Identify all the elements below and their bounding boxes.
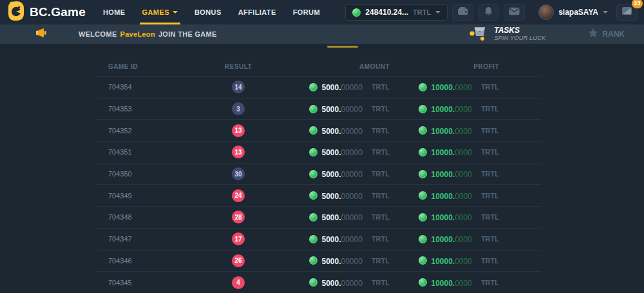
nav-item-label: FORUM [293,8,320,16]
profit-main: 10000. [431,127,455,136]
amount-main: 5000. [321,213,341,222]
tasks-title: TASKS [494,26,545,35]
amount-main: 5000. [321,279,341,288]
column-header-result: RESULT [193,63,283,70]
profit-main: 10000. [431,170,455,179]
profit-cell: 10000.0000TRTL [390,211,499,223]
table-row[interactable]: 704349245000.00000TRTL10000.0000TRTL [97,184,541,206]
nav-item-home[interactable]: HOME [95,0,134,24]
trtl-coin-icon [352,8,361,17]
game-id: 704352 [97,127,193,135]
topbar-right: 248410.24... TRTL [345,4,638,21]
amount-frac: 00000 [341,213,363,222]
amount-currency: TRTL [372,213,390,221]
profit-currency: TRTL [481,192,499,200]
amount-currency: TRTL [372,83,390,91]
result-badge: 13 [232,124,245,137]
nav-item-label: GAMES [142,8,169,16]
trtl-coin-icon [309,170,317,178]
nav-item-bonus[interactable]: BONUS [186,0,230,24]
game-id: 704354 [97,83,193,91]
notifications-button[interactable] [478,4,499,21]
amount-value: 5000.00000 [321,146,362,158]
amount-cell: 5000.00000TRTL [283,211,390,223]
nav-item-affiliate[interactable]: AFFILIATE [230,0,285,24]
profit-value: 10000.0000 [431,190,471,202]
game-id: 704349 [97,192,193,200]
column-header-amount: AMOUNT [283,63,390,70]
result-badge: 4 [232,276,245,289]
game-id: 704351 [97,148,193,156]
profit-currency: TRTL [481,257,499,265]
amount-cell: 5000.00000TRTL [283,125,390,137]
table-row[interactable]: 70435335000.00000TRTL10000.0000TRTL [97,98,541,120]
mail-icon [509,6,520,18]
trtl-coin-icon [309,213,317,222]
rank-button[interactable]: RANK [588,28,625,40]
profit-main: 10000. [431,213,455,222]
amount-currency: TRTL [372,105,390,113]
trtl-coin-icon [419,256,427,265]
table-row[interactable]: 70434545000.00000TRTL10000.0000TRTL [97,271,541,293]
profit-cell: 10000.0000TRTL [390,125,499,137]
result-cell: 28 [193,211,283,223]
profit-frac: 0000 [455,192,472,201]
amount-cell: 5000.00000TRTL [283,255,390,267]
profit-value: 10000.0000 [431,168,471,180]
nav-item-label: HOME [103,8,126,16]
wallet-button[interactable] [452,4,473,21]
wallet-icon [457,6,469,18]
profit-currency: TRTL [481,279,499,287]
logo[interactable]: BC.Game [8,1,86,23]
tasks-button[interactable]: TASKS SPIN YOUR LUCK [469,25,545,43]
table-row[interactable]: 704350305000.00000TRTL10000.0000TRTL [97,163,541,185]
table-row[interactable]: 704348285000.00000TRTL10000.0000TRTL [97,206,541,228]
table-row[interactable]: 704346265000.00000TRTL10000.0000TRTL [97,250,541,272]
amount-currency: TRTL [372,279,390,287]
trtl-coin-icon [309,83,317,91]
amount-currency: TRTL [372,235,390,243]
main-area: GAME ID RESULT AMOUNT PROFIT 70435414500… [0,44,644,293]
result-cell: 14 [193,80,283,93]
messages-button[interactable] [504,4,525,21]
table-row[interactable]: 704352135000.00000TRTL10000.0000TRTL [97,119,541,141]
welcome-prefix: WELCOME [79,30,117,38]
divider [0,48,644,48]
profit-value: 10000.0000 [431,81,471,93]
result-cell: 17 [193,232,283,245]
table-row[interactable]: 704347175000.00000TRTL10000.0000TRTL [97,228,541,250]
profit-value: 10000.0000 [431,277,471,288]
table-row[interactable]: 704354145000.00000TRTL10000.0000TRTL [97,76,541,98]
megaphone-icon [35,28,48,41]
balance-selector[interactable]: 248410.24... TRTL [345,4,448,21]
trtl-coin-icon [309,148,317,156]
amount-value: 5000.00000 [321,255,362,267]
nav-item-games[interactable]: GAMES [134,0,186,24]
dice-cup-icon [469,25,488,43]
result-badge: 30 [232,167,245,180]
amount-cell: 5000.00000TRTL [283,168,390,180]
profit-cell: 10000.0000TRTL [390,146,499,158]
user-menu[interactable]: siapaSAYA [538,5,608,20]
profit-cell: 10000.0000TRTL [390,190,499,202]
amount-value: 5000.00000 [321,277,362,288]
result-badge: 13 [232,146,245,158]
chat-button[interactable]: 23 [616,4,638,21]
profit-main: 10000. [431,148,455,157]
amount-cell: 5000.00000TRTL [283,146,390,158]
amount-cell: 5000.00000TRTL [283,103,390,115]
amount-main: 5000. [321,257,341,266]
amount-main: 5000. [321,235,341,244]
trtl-coin-icon [419,83,427,91]
table-row[interactable]: 704351135000.00000TRTL10000.0000TRTL [97,141,541,163]
profit-frac: 0000 [455,279,472,288]
profit-main: 10000. [431,235,455,244]
profit-frac: 0000 [455,170,472,179]
profit-currency: TRTL [481,105,499,113]
result-cell: 26 [193,254,283,267]
star-icon [588,28,598,40]
amount-value: 5000.00000 [321,190,362,202]
trtl-coin-icon [309,235,317,243]
welcome-bar: WELCOME PaveLeon JOIN THE GAME TASKS SPI… [0,24,644,44]
nav-item-forum[interactable]: FORUM [285,0,328,24]
